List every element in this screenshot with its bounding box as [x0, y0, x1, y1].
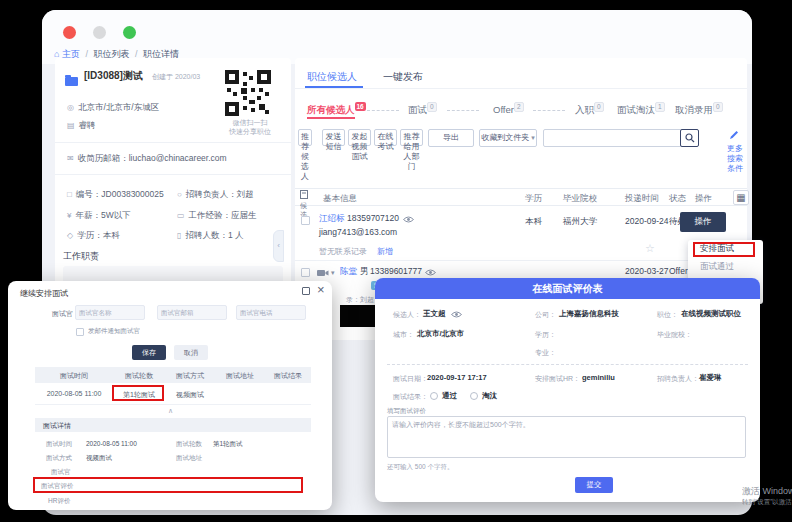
- job-field-degree: ◇学历：本科: [67, 230, 120, 242]
- mini-cell-time: 2020-08-05 11:00: [35, 390, 113, 397]
- eye-icon[interactable]: [403, 216, 414, 223]
- row-checkbox[interactable]: [301, 268, 310, 277]
- headcount-icon: ▯: [177, 231, 181, 240]
- subtab-offer[interactable]: Offer2: [493, 102, 524, 115]
- add-contact-link[interactable]: 新增: [377, 246, 393, 257]
- star-icon[interactable]: ☆: [645, 242, 655, 255]
- subtab-badge: 2: [514, 102, 524, 112]
- tab-position-candidates[interactable]: 职位候选人: [307, 70, 357, 84]
- menu-item-interview-pass[interactable]: 面试通过: [688, 258, 763, 276]
- divider: [295, 260, 747, 261]
- date-label: 面试日期：: [393, 374, 428, 384]
- radio-fail-label[interactable]: 淘汰: [482, 391, 497, 401]
- row-action-button[interactable]: 操作: [680, 212, 726, 232]
- recommend-to-dept-button[interactable]: 推荐给用人部门: [400, 129, 423, 146]
- start-video-interview-button[interactable]: 发起视频面试: [348, 129, 371, 146]
- candidate-gender: 男: [360, 266, 369, 278]
- send-sms-button[interactable]: 发送短信: [322, 129, 345, 146]
- annotation-box: [112, 385, 164, 401]
- id-icon: □: [67, 190, 72, 199]
- table-header-school: 毕业院校: [563, 193, 597, 205]
- maximize-icon[interactable]: [302, 287, 310, 295]
- job-location: ◎北京市/北京市/东城区: [67, 102, 159, 114]
- dashed-divider: [387, 364, 748, 365]
- search-button[interactable]: [680, 129, 699, 147]
- more-filters-label: 更多搜索条件: [726, 144, 744, 174]
- more-filters[interactable]: 更多搜索条件: [726, 126, 744, 174]
- subtab-onboard[interactable]: 入职0: [575, 102, 604, 117]
- schedule-interview-modal: 继续安排面试 × 面试官 发邮件通知面试官 保存 取消 面试时间 面试轮数 面试…: [8, 281, 332, 510]
- contact-note: 暂无联系记录: [319, 246, 367, 257]
- radio-fail[interactable]: [470, 392, 478, 400]
- mini-cell-method: 视频面试: [165, 390, 215, 400]
- subtab-interview[interactable]: 面试0: [408, 102, 437, 117]
- tab-one-click-publish[interactable]: 一键发布: [383, 70, 423, 84]
- collapse-panel-handle[interactable]: ‹: [273, 230, 284, 262]
- detail-time-label: 面试时间: [46, 440, 72, 449]
- mail-icon: ✉: [67, 154, 74, 163]
- interviewer-email-input[interactable]: [157, 305, 227, 320]
- radio-pass-label[interactable]: 通过: [442, 391, 457, 401]
- detail-method-label: 面试方式: [46, 454, 72, 463]
- city-label: 城市：: [393, 330, 414, 340]
- arranger-label: 安排面试HR：: [535, 374, 580, 384]
- divider: [55, 174, 291, 175]
- mini-header-round: 面试轮数: [113, 371, 165, 381]
- video-thumbnail: [340, 305, 378, 327]
- collapse-caret-icon[interactable]: ∧: [168, 407, 173, 415]
- window-titlebar: [42, 10, 752, 44]
- chevron-down-icon[interactable]: ▾: [331, 269, 335, 277]
- subtab-interview-rejected[interactable]: 面试淘汰1: [617, 102, 665, 117]
- active-subtab-underline: [307, 117, 355, 119]
- search-icon: [685, 133, 695, 143]
- job-field-id: □编号：JD00383000025: [67, 189, 164, 201]
- evaluation-modal: 在线面试评价表 候选人： 王文超 公司： 上海嘉扬信息科技 职位： 在线视频测试…: [375, 278, 760, 502]
- cancel-button[interactable]: 取消: [174, 345, 208, 360]
- grid-columns-icon[interactable]: ▦: [733, 190, 749, 205]
- eye-icon[interactable]: [451, 311, 462, 318]
- subtab-offer-cancelled[interactable]: 取消录用0: [675, 102, 723, 117]
- notify-checkbox[interactable]: [76, 328, 84, 336]
- detail-method-value: 视频面试: [86, 454, 112, 463]
- evaluation-modal-title: 在线面试评价表: [375, 278, 760, 299]
- comment-textarea[interactable]: [387, 416, 746, 458]
- table-header-degree: 学历: [525, 193, 542, 205]
- detail-title: 面试详情: [43, 421, 71, 431]
- search-input[interactable]: [543, 129, 683, 147]
- salary-icon: ¥: [67, 211, 71, 220]
- job-field-headcount: ▯招聘人数：1 人: [177, 230, 244, 242]
- detail-round-label: 面试轮数: [176, 440, 202, 449]
- arranger-value: geminiliu: [582, 373, 615, 382]
- traffic-light-minimize[interactable]: [93, 26, 106, 39]
- screenshot-stage: ⌂ 主页 / 职位列表 / 职位详情 [ID3088]测试 创建于 2020/0…: [0, 0, 792, 522]
- subtab-all-candidates[interactable]: 所有候选人16: [307, 102, 366, 117]
- traffic-light-zoom[interactable]: [123, 26, 136, 39]
- notify-checkbox-label: 发邮件通知面试官: [88, 327, 140, 336]
- recommend-candidate-button[interactable]: 推荐候选人: [298, 129, 312, 146]
- online-exam-button[interactable]: 在线考试: [374, 129, 397, 146]
- candidate-name-link[interactable]: 江绍标: [319, 213, 345, 225]
- char-counter: 还可输入 500 个字符。: [387, 463, 453, 472]
- interviewer-phone-input[interactable]: [236, 305, 306, 320]
- position-value: 在线视频测试职位: [681, 309, 741, 319]
- eye-icon[interactable]: [425, 269, 436, 276]
- city-value: 北京市/北京市: [417, 329, 464, 339]
- chevron-down-icon: ▾: [529, 134, 534, 141]
- save-to-folder-dropdown[interactable]: 收藏到文件夹 ▾: [479, 129, 537, 147]
- detail-hr-label: HR评价: [48, 497, 70, 506]
- company-icon: ▤: [67, 121, 75, 130]
- submit-button[interactable]: 提交: [575, 477, 613, 493]
- traffic-light-close[interactable]: [63, 26, 76, 39]
- interviewer-name-input[interactable]: [75, 305, 145, 320]
- annotation-box: [693, 242, 755, 257]
- radio-pass[interactable]: [430, 392, 438, 400]
- candidate-name-link[interactable]: 陈堂: [340, 266, 357, 278]
- export-button[interactable]: 导出: [428, 129, 474, 147]
- save-button[interactable]: 保存: [132, 345, 166, 360]
- detail-section-header: [35, 418, 311, 432]
- video-camera-icon[interactable]: [317, 269, 329, 277]
- row-checkbox[interactable]: [301, 216, 310, 225]
- subtab-badge: 1: [655, 102, 665, 112]
- cell-apply-time: 2020-03-27: [625, 266, 668, 276]
- close-icon[interactable]: ×: [317, 285, 325, 295]
